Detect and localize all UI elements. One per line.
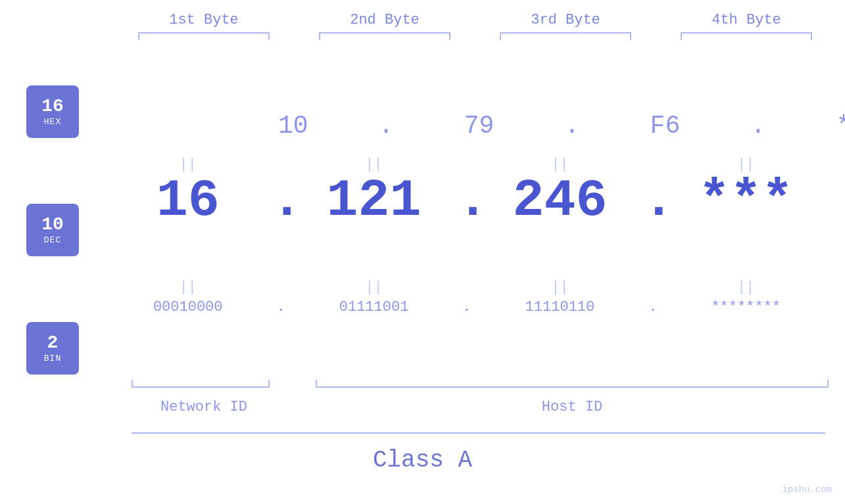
eq2-b4: ||	[664, 279, 828, 296]
eq2-b2: ||	[292, 279, 456, 296]
eq2-b1: ||	[106, 279, 270, 296]
network-id-bracket	[132, 380, 270, 388]
top-brackets	[114, 32, 837, 40]
dec-b1: 16	[106, 171, 270, 231]
hex-sep1: .	[376, 112, 396, 140]
main-container: 1st Byte 2nd Byte 3rd Byte 4th Byte 16 H…	[0, 0, 845, 504]
hex-b1: 10	[211, 112, 375, 140]
hex-b3: F6	[583, 112, 747, 140]
byte4-header: 4th Byte	[664, 12, 829, 28]
host-id-label: Host ID	[316, 399, 829, 415]
bracket-3	[500, 32, 631, 40]
equals-row-2: || || || ||	[105, 279, 829, 296]
dec-badge: 10 DEC	[26, 204, 79, 256]
bin-b4: ********	[664, 299, 828, 315]
dec-row: 16 . 121 . 246 . ***	[105, 171, 829, 231]
dec-sep3: .	[643, 171, 663, 231]
host-id-bracket	[316, 380, 829, 388]
bin-sep1: .	[271, 299, 291, 315]
hex-sep3: .	[748, 112, 768, 140]
class-label: Class A	[0, 447, 845, 474]
hex-b2: 79	[397, 112, 562, 140]
byte1-header: 1st Byte	[122, 12, 286, 28]
eq2-b3: ||	[477, 279, 642, 296]
hex-b4: **	[769, 112, 845, 140]
bin-sep2: .	[457, 299, 477, 315]
dec-b4: ***	[664, 171, 828, 231]
dec-sep1: .	[271, 171, 291, 231]
byte3-header: 3rd Byte	[483, 12, 648, 28]
bin-b3: 11110110	[477, 299, 642, 315]
watermark: ipshu.com	[782, 484, 832, 495]
bracket-4	[681, 32, 812, 40]
bracket-1	[138, 32, 270, 40]
bin-row: 00010000 . 01111001 . 11110110 . *******…	[105, 299, 829, 315]
bin-b2: 01111001	[292, 299, 456, 315]
byte2-header: 2nd Byte	[302, 12, 467, 28]
dec-b3: 246	[477, 171, 642, 231]
byte-headers: 1st Byte 2nd Byte 3rd Byte 4th Byte	[114, 12, 837, 28]
class-line	[132, 432, 825, 434]
bracket-2	[319, 32, 450, 40]
bin-sep3: .	[643, 299, 663, 315]
dec-sep2: .	[457, 171, 477, 231]
hex-sep2: .	[562, 112, 582, 140]
hex-row: 10 . 79 . F6 . **	[210, 112, 845, 140]
bin-badge: 2 BIN	[26, 322, 79, 375]
hex-badge: 16 HEX	[26, 85, 79, 138]
dec-b2: 121	[292, 171, 456, 231]
bin-b1: 00010000	[106, 299, 270, 315]
network-id-label: Network ID	[132, 399, 276, 415]
base-labels: 16 HEX 10 DEC 2 BIN	[26, 85, 79, 375]
